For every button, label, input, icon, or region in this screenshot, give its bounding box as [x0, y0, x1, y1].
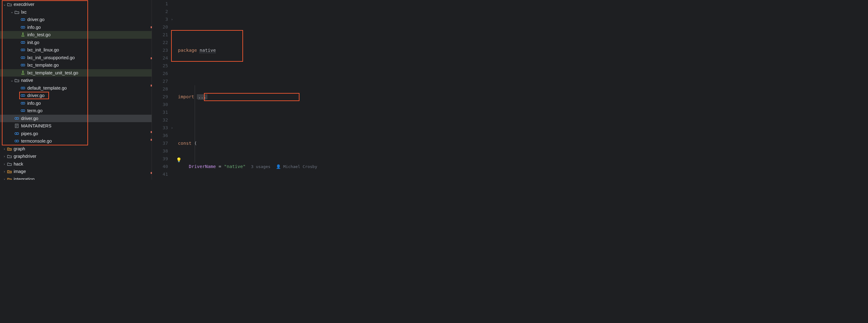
go-file-icon	[21, 93, 25, 98]
tree-label: pipes.go	[21, 131, 38, 136]
tree-label: info_test.go	[27, 32, 51, 37]
line-number: 25	[152, 62, 168, 70]
line-number: 22	[152, 39, 168, 46]
tree-label: execdriver	[13, 2, 34, 7]
go-file-icon	[14, 138, 19, 143]
code-editor[interactable]: 1 2 3› 20 21 22 23 24 25 26 27 28 29 30 …	[152, 0, 484, 180]
go-file-icon	[21, 55, 25, 60]
package-folder-icon	[7, 177, 12, 180]
tree-file-test[interactable]: info_test.go	[0, 31, 152, 39]
tree-file[interactable]: MAINTAINERS	[0, 122, 152, 130]
chevron-right-icon: ›	[2, 177, 7, 180]
line-number: 39💡	[152, 155, 168, 163]
go-file-icon	[21, 47, 25, 53]
author-hint[interactable]: 👤 Michael Crosby	[276, 164, 317, 169]
tree-file[interactable]: lxc_init_linux.go	[0, 46, 152, 54]
person-icon: 👤	[276, 164, 281, 169]
tree-label: init.go	[27, 40, 39, 45]
line-number: 30	[152, 101, 168, 108]
tree-file[interactable]: termconsole.go	[0, 137, 152, 145]
tree-file[interactable]: info.go	[0, 99, 152, 107]
go-file-icon	[14, 116, 19, 121]
line-number: 37	[152, 139, 168, 147]
code-line: const (	[178, 139, 481, 147]
chevron-down-icon: ⌄	[2, 2, 7, 6]
fold-right-icon[interactable]: ›	[171, 124, 173, 132]
folder-icon	[7, 2, 12, 7]
tree-label: native	[21, 78, 33, 83]
indent-guide	[195, 85, 195, 163]
go-file-icon	[21, 108, 25, 113]
tree-file[interactable]: info.go	[0, 24, 152, 31]
tree-label: graphdriver	[13, 154, 36, 159]
tree-folder[interactable]: ›image	[0, 168, 152, 175]
line-number: 26	[152, 70, 168, 77]
code-line	[178, 116, 481, 124]
go-file-icon	[21, 25, 25, 30]
tree-folder[interactable]: ›hack	[0, 160, 152, 168]
package-folder-icon	[7, 169, 12, 174]
tree-folder-lxc[interactable]: ⌄ lxc	[0, 8, 152, 16]
text-file-icon	[14, 123, 19, 128]
tree-file-selected[interactable]: driver.go	[0, 115, 152, 123]
tree-label: termconsole.go	[21, 138, 52, 143]
tree-file[interactable]: pipes.go	[0, 130, 152, 138]
code-area[interactable]: package native import ... const ( Driver…	[174, 0, 481, 180]
go-file-icon	[14, 131, 19, 136]
tree-file[interactable]: default_template.go	[0, 84, 152, 92]
chevron-down-icon: ⌄	[9, 10, 14, 14]
tree-label: hack	[13, 162, 23, 166]
code-line: package native	[178, 46, 481, 54]
line-number: 23	[152, 46, 168, 54]
fold-right-icon[interactable]: ›	[171, 15, 173, 23]
line-number: 28	[152, 85, 168, 93]
tree-label: lxc_template.go	[27, 63, 59, 68]
line-number: 41	[152, 170, 168, 178]
usages-hint[interactable]: 3 usages	[251, 164, 271, 169]
folder-icon	[7, 154, 12, 159]
package-folder-icon	[7, 146, 12, 151]
tree-label: lxc_template_unit_test.go	[27, 70, 78, 75]
tree-folder-native[interactable]: ⌄ native	[0, 76, 152, 84]
chevron-right-icon: ›	[2, 162, 7, 166]
tree-file[interactable]: lxc_init_unsupported.go	[0, 54, 152, 62]
line-number: 2	[152, 8, 168, 15]
line-number: 38	[152, 147, 168, 155]
line-number: 3›	[152, 15, 168, 23]
test-file-icon	[21, 32, 25, 37]
go-file-icon	[21, 17, 25, 22]
highlight-box-const	[171, 30, 243, 62]
tree-label: default_template.go	[27, 86, 67, 91]
chevron-right-icon: ›	[2, 147, 7, 151]
chevron-right-icon: ›	[2, 169, 7, 173]
folder-icon	[14, 10, 19, 14]
tree-label: driver.go	[27, 93, 44, 98]
tree-file[interactable]: term.go	[0, 107, 152, 115]
tree-label: graph	[13, 146, 25, 151]
tree-file[interactable]: lxc_template.go	[0, 61, 152, 69]
tree-file-test[interactable]: lxc_template_unit_test.go	[0, 69, 152, 77]
go-file-icon	[21, 40, 25, 45]
folder-icon	[7, 162, 12, 166]
tree-folder-execdriver[interactable]: ⌄ execdriver	[0, 1, 152, 8]
line-number: 40	[152, 163, 168, 170]
tree-file[interactable]: driver.go	[0, 92, 152, 99]
line-number: 24	[152, 54, 168, 62]
go-file-icon	[21, 63, 25, 68]
tree-file[interactable]: init.go	[0, 39, 152, 46]
tree-label: info.go	[27, 25, 41, 30]
tree-file[interactable]: driver.go	[0, 16, 152, 24]
tree-folder[interactable]: ›graphdriver	[0, 153, 152, 160]
tree-label: lxc_init_linux.go	[27, 47, 59, 53]
line-number: 1	[152, 0, 168, 8]
tree-folder[interactable]: ›graph	[0, 145, 152, 153]
code-line	[178, 70, 481, 77]
chevron-right-icon: ›	[2, 154, 7, 158]
tree-label: info.go	[27, 101, 41, 106]
code-line: import ...	[178, 93, 481, 101]
line-number: 21	[152, 31, 168, 39]
tree-folder[interactable]: ›integration	[0, 175, 152, 180]
line-number: 29	[152, 93, 168, 101]
file-tree-sidebar[interactable]: ⌄ execdriver ⌄ lxc driver.go info.go inf…	[0, 0, 152, 180]
gutter: 1 2 3› 20 21 22 23 24 25 26 27 28 29 30 …	[152, 0, 174, 180]
